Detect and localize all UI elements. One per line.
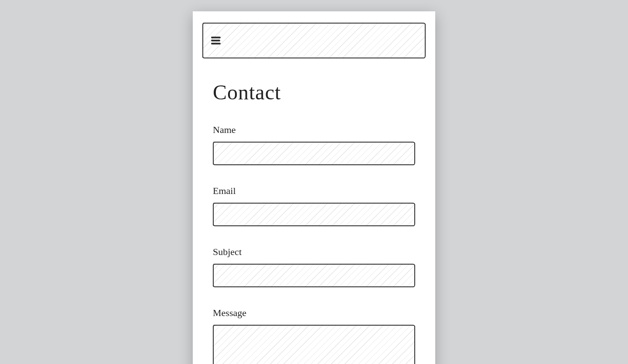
field-email: Email [213, 185, 415, 226]
content-area: Contact Name Email Subject Message [193, 58, 435, 364]
email-input-wrap [213, 203, 415, 226]
device-frame: Contact Name Email Subject Message [193, 11, 435, 364]
hamburger-menu-icon[interactable] [211, 37, 221, 44]
name-label: Name [213, 124, 415, 136]
field-message: Message [213, 307, 415, 364]
name-input-wrap [213, 142, 415, 165]
email-label: Email [213, 185, 415, 197]
message-input-wrap [213, 325, 415, 364]
subject-input[interactable] [214, 265, 414, 286]
field-subject: Subject [213, 246, 415, 287]
top-bar [202, 23, 426, 58]
email-input[interactable] [214, 204, 414, 225]
subject-input-wrap [213, 264, 415, 287]
message-input[interactable] [214, 326, 414, 364]
subject-label: Subject [213, 246, 415, 258]
message-label: Message [213, 307, 415, 319]
field-name: Name [213, 124, 415, 165]
page-title: Contact [213, 80, 415, 104]
name-input[interactable] [214, 143, 414, 164]
